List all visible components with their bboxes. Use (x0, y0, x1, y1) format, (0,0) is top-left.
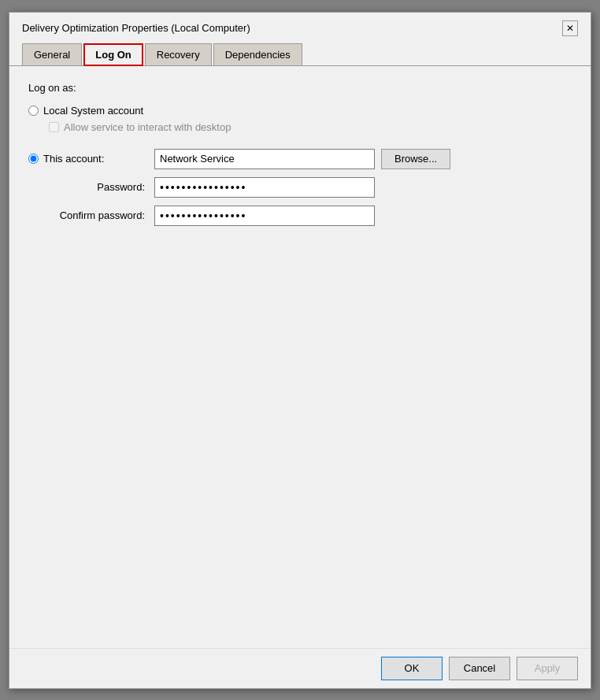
logon-as-label: Log on as: (28, 82, 572, 94)
browse-button[interactable]: Browse... (381, 149, 450, 169)
local-system-radio[interactable] (28, 106, 39, 116)
this-account-radio[interactable] (28, 154, 39, 164)
confirm-password-label: Confirm password: (28, 209, 154, 221)
tabs-container: General Log On Recovery Dependencies (9, 36, 591, 66)
tab-recovery-label: Recovery (157, 49, 200, 61)
tab-logon[interactable]: Log On (83, 43, 143, 66)
this-account-radio-group: This account: (28, 153, 154, 165)
dialog-title: Delivery Optimization Properties (Local … (22, 22, 250, 34)
close-button[interactable]: ✕ (562, 20, 578, 36)
this-account-input-group: Browse... (154, 149, 450, 169)
allow-interact-checkbox[interactable] (49, 122, 59, 132)
password-input[interactable] (154, 177, 375, 198)
confirm-password-input[interactable] (154, 206, 375, 226)
confirm-password-row: Confirm password: (28, 206, 572, 226)
apply-button[interactable]: Apply (517, 657, 578, 680)
local-system-row: Local System account (28, 105, 572, 117)
tab-general[interactable]: General (22, 43, 82, 66)
dialog-window: Delivery Optimization Properties (Local … (9, 12, 591, 689)
ok-button[interactable]: OK (381, 657, 443, 680)
tab-dependencies[interactable]: Dependencies (213, 43, 302, 66)
cancel-button[interactable]: Cancel (449, 657, 510, 680)
tab-general-label: General (34, 49, 70, 61)
allow-interact-label: Allow service to interact with desktop (64, 121, 231, 133)
content-area: Log on as: Local System account Allow se… (9, 66, 591, 648)
this-account-row: This account: Browse... (28, 149, 572, 169)
this-account-input[interactable] (154, 149, 375, 169)
confirm-password-input-group (154, 206, 375, 226)
password-label: Password: (28, 181, 154, 193)
title-bar: Delivery Optimization Properties (Local … (9, 13, 591, 36)
local-system-label: Local System account (43, 105, 143, 117)
allow-interact-row: Allow service to interact with desktop (49, 121, 572, 133)
tab-logon-label: Log On (95, 49, 131, 61)
tab-dependencies-label: Dependencies (225, 49, 291, 61)
tab-recovery[interactable]: Recovery (145, 43, 212, 66)
password-input-group (154, 177, 375, 198)
bottom-bar: OK Cancel Apply (9, 648, 591, 688)
password-row: Password: (28, 177, 572, 198)
this-account-label: This account: (43, 153, 104, 165)
